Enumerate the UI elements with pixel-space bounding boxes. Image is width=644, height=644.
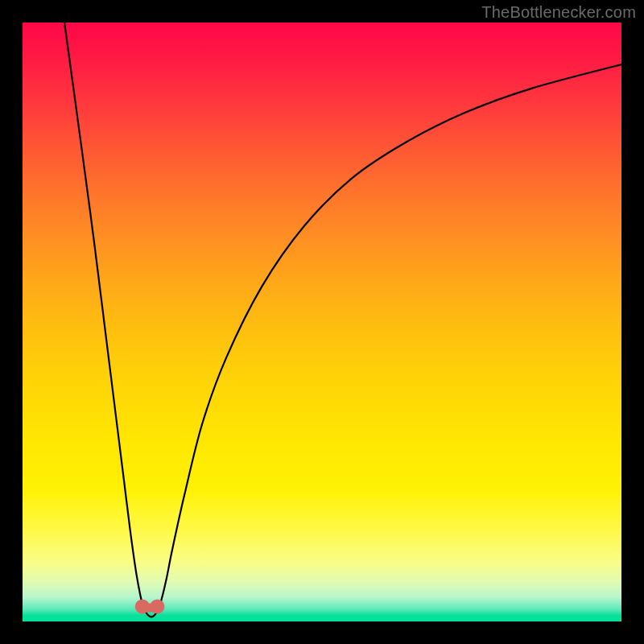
valley-markers: [135, 599, 165, 613]
bottleneck-curve: [64, 23, 621, 617]
chart-svg: [23, 23, 621, 621]
chart-frame: TheBottlenecker.com: [0, 0, 644, 644]
marker-valley-right: [150, 599, 164, 613]
marker-valley-left: [135, 599, 150, 613]
watermark-text: TheBottlenecker.com: [481, 3, 636, 22]
plot-area: [23, 23, 621, 621]
